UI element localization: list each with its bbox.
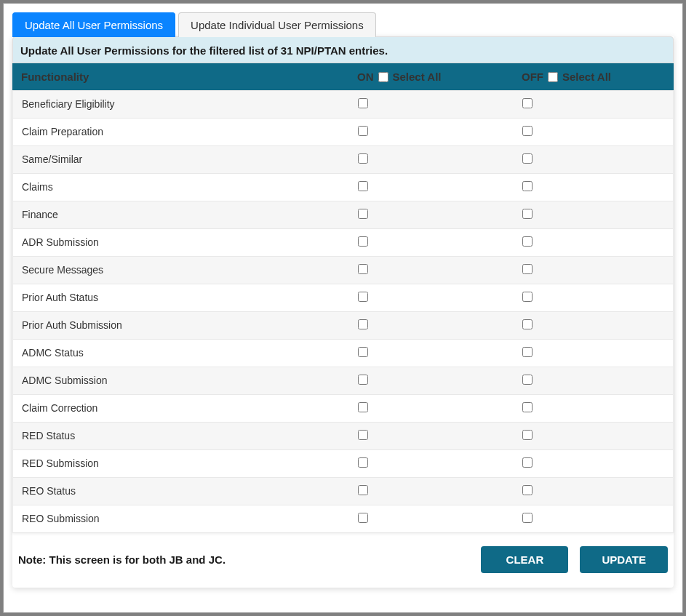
- functionality-name: ADMC Status: [13, 340, 349, 367]
- on-checkbox[interactable]: [358, 375, 368, 385]
- button-row: CLEAR UPDATE: [481, 546, 668, 573]
- header-off-label: OFF: [522, 71, 543, 83]
- on-cell: [349, 505, 514, 532]
- off-checkbox[interactable]: [522, 98, 533, 108]
- banner: Update All User Permissions for the filt…: [12, 36, 674, 63]
- functionality-name: ADR Submission: [13, 229, 349, 256]
- table-row: Claims: [13, 174, 673, 201]
- on-checkbox[interactable]: [358, 513, 368, 523]
- on-checkbox[interactable]: [358, 292, 368, 302]
- on-checkbox[interactable]: [358, 236, 368, 247]
- off-checkbox[interactable]: [522, 402, 533, 412]
- functionality-name: ADMC Submission: [13, 367, 349, 394]
- off-checkbox[interactable]: [522, 485, 533, 495]
- off-checkbox[interactable]: [522, 153, 533, 164]
- off-checkbox[interactable]: [522, 126, 533, 136]
- on-cell: [349, 201, 514, 228]
- table-body: Beneficiary EligibilityClaim Preparation…: [12, 91, 674, 533]
- tabs: Update All User Permissions Update Indiv…: [12, 12, 674, 37]
- header-off: OFF Select All: [513, 63, 674, 90]
- tab-update-individual[interactable]: Update Individual User Permissions: [178, 12, 376, 37]
- table-row: Secure Messages: [13, 257, 673, 284]
- functionality-name: REO Submission: [13, 505, 349, 532]
- on-checkbox[interactable]: [358, 126, 368, 136]
- on-cell: [349, 340, 514, 367]
- select-all-on-checkbox[interactable]: [378, 72, 388, 82]
- on-checkbox[interactable]: [358, 98, 368, 108]
- on-cell: [349, 229, 514, 256]
- functionality-name: RED Status: [13, 423, 349, 449]
- off-cell: [514, 229, 673, 256]
- permissions-table: Functionality ON Select All OFF Select A…: [12, 63, 674, 533]
- table-row: REO Submission: [13, 505, 673, 533]
- on-cell: [349, 450, 514, 477]
- functionality-name: Claim Preparation: [13, 119, 349, 145]
- off-checkbox[interactable]: [522, 209, 533, 219]
- off-checkbox[interactable]: [522, 347, 533, 357]
- off-cell: [514, 423, 673, 449]
- on-checkbox[interactable]: [358, 264, 368, 274]
- table-row: Same/Similar: [13, 146, 673, 174]
- on-cell: [349, 395, 514, 422]
- table-row: Claim Correction: [13, 395, 673, 423]
- off-checkbox[interactable]: [522, 292, 533, 302]
- on-checkbox[interactable]: [358, 319, 368, 329]
- off-checkbox[interactable]: [522, 264, 533, 274]
- select-all-off-label: Select All: [562, 71, 611, 83]
- table-row: ADMC Submission: [13, 367, 673, 395]
- on-cell: [349, 478, 514, 505]
- panel-outer: Update All User Permissions Update Indiv…: [3, 3, 683, 613]
- on-checkbox[interactable]: [358, 153, 368, 164]
- functionality-name: Same/Similar: [13, 146, 349, 173]
- table-row: Beneficiary Eligibility: [13, 91, 673, 119]
- off-checkbox[interactable]: [522, 457, 533, 468]
- functionality-name: Secure Messages: [13, 257, 349, 284]
- off-cell: [514, 201, 673, 228]
- off-checkbox[interactable]: [522, 181, 533, 191]
- update-button[interactable]: UPDATE: [580, 546, 668, 573]
- off-cell: [514, 119, 673, 145]
- table-row: RED Status: [13, 423, 673, 450]
- functionality-name: Claims: [13, 174, 349, 201]
- footer: Note: This screen is for both JB and JC.…: [12, 533, 674, 573]
- on-cell: [349, 91, 514, 118]
- header-on-label: ON: [357, 71, 374, 83]
- select-all-off-checkbox[interactable]: [548, 72, 558, 82]
- off-cell: [514, 367, 673, 394]
- on-checkbox[interactable]: [358, 181, 368, 191]
- off-cell: [514, 146, 673, 173]
- on-cell: [349, 146, 514, 173]
- on-checkbox[interactable]: [358, 485, 368, 495]
- select-all-on-label: Select All: [393, 71, 442, 83]
- on-checkbox[interactable]: [358, 347, 368, 357]
- table-row: RED Submission: [13, 450, 673, 478]
- header-on: ON Select All: [348, 63, 513, 90]
- tab-update-all[interactable]: Update All User Permissions: [12, 12, 175, 37]
- table-row: Finance: [13, 201, 673, 229]
- off-checkbox[interactable]: [522, 319, 533, 329]
- off-checkbox[interactable]: [522, 236, 533, 247]
- off-checkbox[interactable]: [522, 513, 533, 523]
- note-text: Note: This screen is for both JB and JC.: [18, 553, 226, 566]
- functionality-name: Finance: [13, 201, 349, 228]
- off-cell: [514, 340, 673, 367]
- off-checkbox[interactable]: [522, 375, 533, 385]
- on-cell: [349, 312, 514, 339]
- off-checkbox[interactable]: [522, 430, 533, 440]
- off-cell: [514, 284, 673, 311]
- table-row: Prior Auth Status: [13, 284, 673, 312]
- on-checkbox[interactable]: [358, 430, 368, 440]
- functionality-name: Claim Correction: [13, 395, 349, 422]
- header-functionality: Functionality: [12, 63, 348, 90]
- on-checkbox[interactable]: [358, 402, 368, 412]
- off-cell: [514, 257, 673, 284]
- on-checkbox[interactable]: [358, 209, 368, 219]
- on-checkbox[interactable]: [358, 457, 368, 468]
- clear-button[interactable]: CLEAR: [481, 546, 568, 573]
- off-cell: [514, 395, 673, 422]
- off-cell: [514, 478, 673, 505]
- table-row: ADMC Status: [13, 340, 673, 367]
- off-cell: [514, 450, 673, 477]
- table-header: Functionality ON Select All OFF Select A…: [12, 63, 674, 91]
- on-cell: [349, 423, 514, 449]
